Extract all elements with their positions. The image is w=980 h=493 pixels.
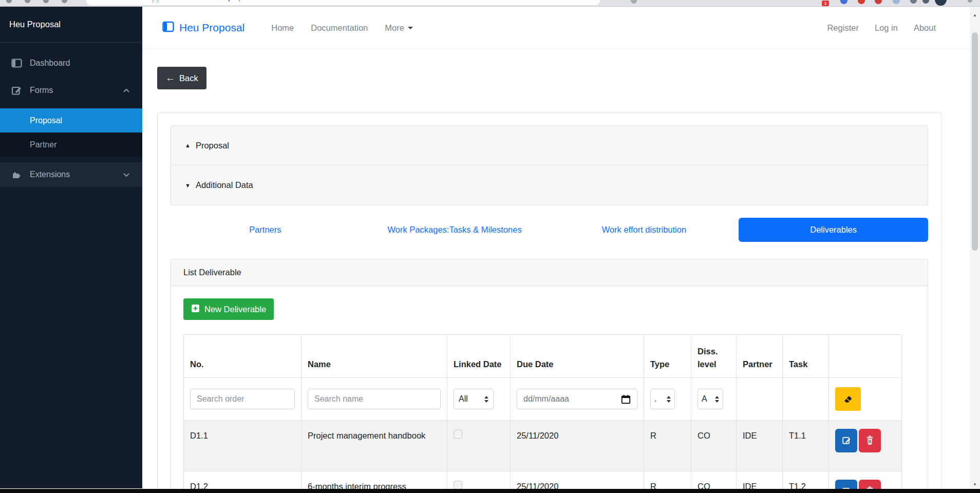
- tab-partners[interactable]: Partners: [171, 218, 360, 242]
- nav-link-home[interactable]: Home: [271, 23, 294, 33]
- row-actions: [835, 429, 895, 452]
- cell-partner: IDE: [737, 421, 783, 471]
- page-content: ← Back ▲ Proposal ▼ Additional Data Part…: [142, 49, 970, 493]
- scroll-up-icon[interactable]: ▲: [970, 11, 980, 19]
- list-deliverable-card: List Deliverable New Deliverable: [171, 259, 928, 493]
- column-header-linked-date: Linked Date: [447, 335, 511, 378]
- triangle-down-icon: ▼: [185, 182, 191, 188]
- browser-address-bar[interactable]: p p: [86, 0, 600, 5]
- cell-type: R: [644, 421, 691, 471]
- scrollbar-thumb[interactable]: [972, 32, 978, 251]
- sidebar-item-partner[interactable]: Partner: [0, 132, 142, 157]
- select-arrows-icon: [711, 396, 719, 403]
- extension-badge[interactable]: 1: [822, 1, 829, 6]
- back-button[interactable]: ← Back: [157, 67, 206, 89]
- navbar-right-links: Register Log in About: [827, 23, 936, 33]
- sidebar-item-label: Dashboard: [30, 59, 70, 68]
- extension-icon[interactable]: [910, 0, 917, 4]
- linked-date-filter-select[interactable]: All: [454, 389, 494, 409]
- accordion-header-additional-data[interactable]: ▼ Additional Data: [171, 165, 928, 205]
- new-deliverable-button[interactable]: New Deliverable: [183, 298, 274, 320]
- extension-icon[interactable]: [840, 0, 847, 4]
- cell-name: Project management handbook: [301, 421, 447, 471]
- omnibox-favicon-fragment: [239, 0, 240, 2]
- table-filter-row: All dd/mm/aaaa: [184, 378, 902, 421]
- caret-down-icon: [408, 27, 413, 29]
- sidebar-item-proposal[interactable]: Proposal: [0, 108, 142, 132]
- browser-forward-icon[interactable]: [25, 0, 30, 3]
- accordion-header-proposal[interactable]: ▲ Proposal: [171, 125, 928, 165]
- due-date-filter-input[interactable]: dd/mm/aaaa: [517, 389, 637, 409]
- sidebar: Heu Proposal Dashboard Forms Propos: [0, 7, 142, 488]
- select-arrows-icon: [663, 396, 671, 403]
- tab-deliverables[interactable]: Deliverables: [739, 218, 928, 242]
- sidebar-item-extensions[interactable]: Extensions: [0, 162, 142, 187]
- type-filter-select[interactable]: .: [650, 389, 675, 409]
- chevron-up-icon: [123, 86, 130, 95]
- nav-link-register[interactable]: Register: [827, 23, 858, 33]
- scroll-down-icon[interactable]: ▼: [970, 480, 980, 488]
- edit-button[interactable]: [835, 429, 857, 452]
- top-navbar: Heu Proposal Home Documentation More Reg…: [142, 7, 970, 49]
- accordion-label: Additional Data: [196, 180, 253, 190]
- nav-link-documentation[interactable]: Documentation: [311, 23, 368, 33]
- edit-icon: [11, 85, 22, 96]
- column-header-type: Type: [644, 335, 691, 378]
- browser-home-icon[interactable]: [62, 0, 67, 3]
- extension-icon[interactable]: [875, 0, 882, 4]
- url-text-fragment: p p: [152, 0, 159, 3]
- browser-profile-avatar[interactable]: [935, 0, 947, 6]
- diss-level-filter-select[interactable]: A: [698, 389, 723, 409]
- cell-due-date: 25/11/2020: [511, 421, 644, 471]
- calendar-icon[interactable]: [621, 394, 631, 404]
- brand-icon: [162, 21, 174, 35]
- extension-icon[interactable]: [858, 0, 865, 4]
- nav-link-login[interactable]: Log in: [875, 23, 898, 33]
- browser-back-icon[interactable]: [6, 0, 12, 3]
- navbar-brand-label: Heu Proposal: [179, 22, 244, 34]
- cell-diss-level: CO: [691, 421, 737, 471]
- cell-task: T1.1: [783, 421, 829, 471]
- window-bottom-edge: [0, 489, 980, 493]
- additional-data-body: Partners Work Packages:Tasks & Milestone…: [171, 205, 928, 493]
- column-header-task: Task: [783, 335, 829, 378]
- omnibox-favicon-fragment: [229, 0, 230, 2]
- sidebar-item-forms[interactable]: Forms: [0, 78, 142, 103]
- eraser-icon: [843, 393, 853, 405]
- browser-reload-icon[interactable]: [43, 0, 49, 3]
- search-name-input[interactable]: [308, 389, 441, 409]
- browser-chrome-strip: p p 1: [0, 0, 980, 7]
- sidebar-item-dashboard[interactable]: Dashboard: [0, 51, 142, 75]
- linked-date-checkbox[interactable]: [454, 481, 462, 489]
- bookmark-star-icon[interactable]: [631, 0, 637, 4]
- proposal-detail-card: ▲ Proposal ▼ Additional Data Partners Wo…: [157, 112, 941, 493]
- sidebar-item-label: Forms: [30, 86, 53, 95]
- delete-button[interactable]: [859, 429, 881, 452]
- search-order-input[interactable]: [190, 389, 295, 409]
- page-scrollbar[interactable]: ▲ ▼: [970, 7, 980, 488]
- plus-square-icon: [191, 304, 200, 315]
- tab-work-effort[interactable]: Work effort distribution: [550, 218, 739, 242]
- sidebar-item-label: Proposal: [30, 116, 62, 125]
- sidebar-item-label: Extensions: [30, 170, 70, 179]
- chevron-down-icon: [123, 170, 130, 179]
- column-header-diss-level: Diss. level: [691, 335, 737, 378]
- nav-link-more[interactable]: More: [385, 23, 413, 33]
- linked-date-checkbox[interactable]: [454, 430, 462, 439]
- table-row: D1.1 Project management handbook 25/11/2…: [184, 421, 902, 471]
- sidebar-brand[interactable]: Heu Proposal: [0, 7, 142, 43]
- extension-icon[interactable]: [893, 0, 900, 4]
- navbar-brand[interactable]: Heu Proposal: [162, 21, 244, 35]
- arrow-left-icon: ←: [165, 72, 175, 84]
- browser-menu-icon[interactable]: [968, 0, 972, 3]
- clear-filters-button[interactable]: [835, 387, 861, 411]
- column-header-due-date: Due Date: [511, 335, 644, 378]
- extension-icon[interactable]: [922, 0, 929, 4]
- card-title: List Deliverable: [171, 259, 928, 286]
- column-header-name: Name: [301, 335, 447, 378]
- column-header-partner: Partner: [737, 335, 783, 378]
- tab-work-packages[interactable]: Work Packages:Tasks & Milestones: [360, 218, 550, 242]
- nav-link-about[interactable]: About: [914, 23, 936, 33]
- additional-data-tabs: Partners Work Packages:Tasks & Milestone…: [171, 218, 928, 242]
- accordion-label: Proposal: [196, 141, 229, 150]
